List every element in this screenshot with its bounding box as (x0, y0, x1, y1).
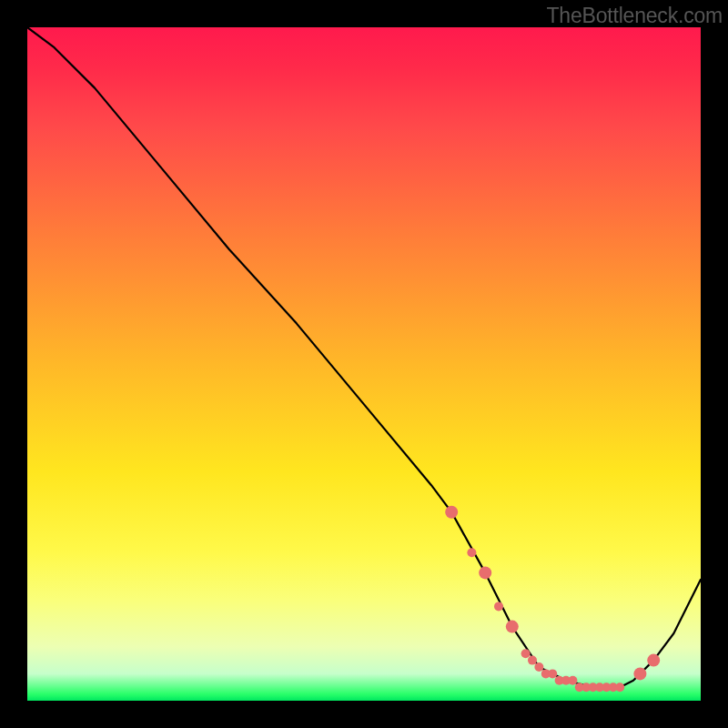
marker-dot (534, 662, 543, 672)
attribution-text: TheBottleneck.com (547, 4, 723, 28)
marker-dot (521, 649, 531, 658)
marker-dot (647, 654, 660, 667)
marker-dot (479, 566, 491, 579)
chart-overlay-svg (27, 27, 701, 701)
marker-dot (568, 676, 577, 685)
recommended-range-markers (445, 506, 660, 692)
marker-dot (467, 548, 476, 557)
marker-dot (445, 506, 458, 519)
bottleneck-chart: TheBottleneck.com (0, 0, 728, 728)
marker-dot (528, 656, 537, 665)
marker-dot (633, 667, 646, 680)
marker-dot (548, 669, 557, 678)
chart-plot-area (27, 27, 701, 701)
marker-dot (615, 682, 624, 692)
marker-dot (506, 621, 519, 633)
bottleneck-curve-line (27, 27, 701, 687)
marker-dot (494, 602, 503, 611)
